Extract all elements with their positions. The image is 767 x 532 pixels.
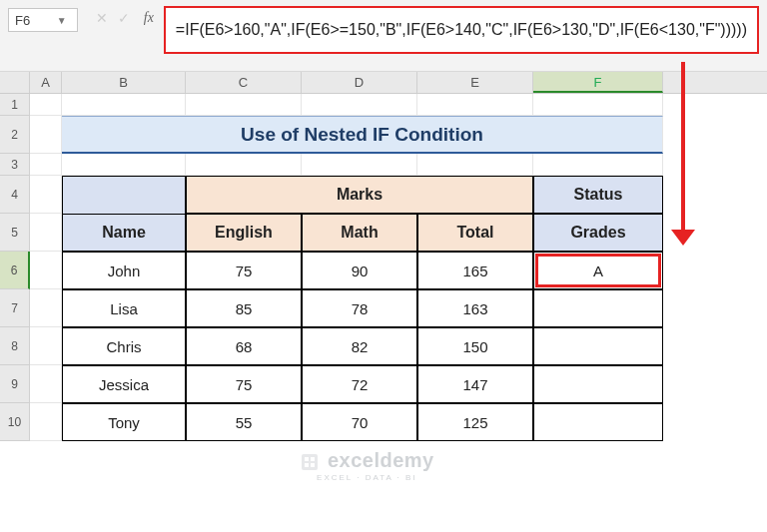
cell[interactable] xyxy=(186,154,302,176)
cell[interactable] xyxy=(62,176,186,214)
chevron-down-icon[interactable]: ▼ xyxy=(53,15,71,26)
table-cell-english[interactable]: 68 xyxy=(186,327,302,365)
row-6: 6 John 75 90 165 A xyxy=(0,252,767,289)
cell[interactable] xyxy=(186,94,302,116)
cell[interactable] xyxy=(417,94,533,116)
row-5: 5 Name English Math Total Grades xyxy=(0,214,767,252)
title-cell[interactable]: Use of Nested IF Condition xyxy=(62,116,663,154)
grades-header[interactable]: Grades xyxy=(533,214,663,252)
table-cell-grade[interactable] xyxy=(533,365,663,403)
col-header-f[interactable]: F xyxy=(533,72,663,93)
cell[interactable] xyxy=(417,154,533,176)
svg-rect-4 xyxy=(311,463,315,467)
watermark-subtext: EXCEL · DATA · BI xyxy=(300,473,434,482)
select-all-corner[interactable] xyxy=(0,72,30,93)
row-3: 3 xyxy=(0,154,767,176)
table-cell-math[interactable]: 78 xyxy=(302,289,417,327)
page-title: Use of Nested IF Condition xyxy=(241,124,483,146)
formula-bar-area: F6 ▼ ✕ ✓ fx =IF(E6>160,"A",IF(E6>=150,"B… xyxy=(0,0,767,72)
col-header-d[interactable]: D xyxy=(302,72,417,93)
table-cell-name[interactable]: Tony xyxy=(62,403,186,441)
formula-bar-buttons: ✕ ✓ xyxy=(96,10,130,26)
table-cell-name[interactable]: Lisa xyxy=(62,289,186,327)
row-header-2[interactable]: 2 xyxy=(0,116,30,154)
table-cell-math[interactable]: 90 xyxy=(302,252,417,289)
marks-header[interactable]: Marks xyxy=(186,176,533,214)
row-4: 4 Marks Status xyxy=(0,176,767,214)
svg-rect-0 xyxy=(302,454,318,470)
total-header[interactable]: Total xyxy=(417,214,533,252)
cell[interactable] xyxy=(30,365,62,403)
table-cell-name[interactable]: Jessica xyxy=(62,365,186,403)
name-box-value: F6 xyxy=(15,13,53,28)
row-10: 10 Tony 55 70 125 xyxy=(0,403,767,441)
confirm-icon[interactable]: ✓ xyxy=(118,10,130,26)
table-cell-grade[interactable] xyxy=(533,327,663,365)
cell[interactable] xyxy=(30,94,62,116)
cell[interactable] xyxy=(30,116,62,154)
cell[interactable] xyxy=(30,403,62,441)
row-header-7[interactable]: 7 xyxy=(0,289,30,327)
marks-label: Marks xyxy=(337,186,383,204)
table-cell-math[interactable]: 82 xyxy=(302,327,417,365)
cancel-icon[interactable]: ✕ xyxy=(96,10,108,26)
row-header-5[interactable]: 5 xyxy=(0,214,30,252)
table-cell-total[interactable]: 147 xyxy=(417,365,533,403)
cell[interactable] xyxy=(30,154,62,176)
worksheet-grid: 1 2 Use of Nested IF Condition 3 4 Marks… xyxy=(0,94,767,441)
col-header-e[interactable]: E xyxy=(417,72,533,93)
cell[interactable] xyxy=(533,94,663,116)
table-cell-english[interactable]: 55 xyxy=(186,403,302,441)
col-header-c[interactable]: C xyxy=(186,72,302,93)
watermark: exceldemy EXCEL · DATA · BI xyxy=(300,449,434,482)
table-cell-total[interactable]: 125 xyxy=(417,403,533,441)
cell[interactable] xyxy=(30,252,62,289)
cell[interactable] xyxy=(30,327,62,365)
row-header-6[interactable]: 6 xyxy=(0,252,30,289)
cell[interactable] xyxy=(533,154,663,176)
callout-arrow-line xyxy=(681,62,685,234)
table-cell-total[interactable]: 163 xyxy=(417,289,533,327)
row-header-1[interactable]: 1 xyxy=(0,94,30,116)
cell[interactable] xyxy=(302,94,417,116)
cell[interactable] xyxy=(30,289,62,327)
selected-cell-f6[interactable]: A xyxy=(533,252,663,289)
table-cell-english[interactable]: 75 xyxy=(186,365,302,403)
row-header-9[interactable]: 9 xyxy=(0,365,30,403)
formula-bar[interactable]: =IF(E6>160,"A",IF(E6>=150,"B",IF(E6>140,… xyxy=(164,6,759,54)
status-label: Status xyxy=(574,186,623,204)
row-9: 9 Jessica 75 72 147 xyxy=(0,365,767,403)
table-cell-name[interactable]: John xyxy=(62,252,186,289)
name-header[interactable]: Name xyxy=(62,214,186,252)
row-1: 1 xyxy=(0,94,767,116)
cell[interactable] xyxy=(62,154,186,176)
fx-icon[interactable]: fx xyxy=(144,10,154,26)
cell[interactable] xyxy=(30,214,62,252)
cell[interactable] xyxy=(30,176,62,214)
row-header-3[interactable]: 3 xyxy=(0,154,30,176)
col-header-b[interactable]: B xyxy=(62,72,186,93)
cell[interactable] xyxy=(302,154,417,176)
status-header[interactable]: Status xyxy=(533,176,663,214)
col-header-a[interactable]: A xyxy=(30,72,62,93)
table-cell-math[interactable]: 72 xyxy=(302,365,417,403)
row-header-4[interactable]: 4 xyxy=(0,176,30,214)
table-cell-grade[interactable] xyxy=(533,289,663,327)
english-header[interactable]: English xyxy=(186,214,302,252)
math-header[interactable]: Math xyxy=(302,214,417,252)
table-cell-math[interactable]: 70 xyxy=(302,403,417,441)
row-8: 8 Chris 68 82 150 xyxy=(0,327,767,365)
cell[interactable] xyxy=(62,94,186,116)
table-cell-total[interactable]: 150 xyxy=(417,327,533,365)
row-header-8[interactable]: 8 xyxy=(0,327,30,365)
watermark-logo-icon xyxy=(300,452,320,475)
column-headers: A B C D E F xyxy=(0,72,767,94)
table-cell-english[interactable]: 85 xyxy=(186,289,302,327)
row-7: 7 Lisa 85 78 163 xyxy=(0,289,767,327)
table-cell-grade[interactable] xyxy=(533,403,663,441)
table-cell-name[interactable]: Chris xyxy=(62,327,186,365)
name-box[interactable]: F6 ▼ xyxy=(8,8,78,32)
row-header-10[interactable]: 10 xyxy=(0,403,30,441)
table-cell-english[interactable]: 75 xyxy=(186,252,302,289)
table-cell-total[interactable]: 165 xyxy=(417,252,533,289)
